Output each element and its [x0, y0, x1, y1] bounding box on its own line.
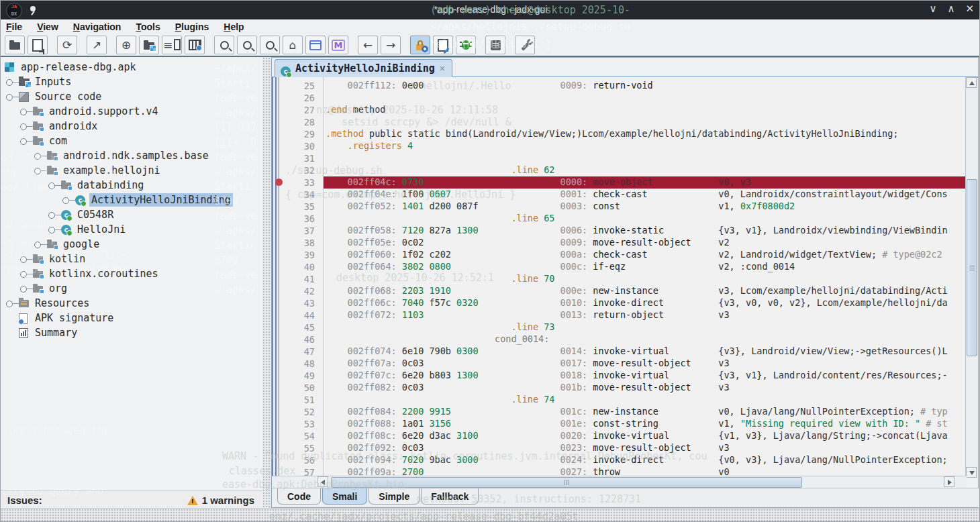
code-line-48[interactable]: 002ff07a: 0c030017: move-result-objectv3	[272, 358, 965, 370]
tree-item-source-code[interactable]: Source code	[1, 89, 262, 104]
expand-handle-icon[interactable]	[48, 212, 55, 219]
menu-help[interactable]: Help	[224, 21, 244, 32]
code-line-50[interactable]: 002ff082: 0c03001b: move-result-objectv3	[272, 382, 965, 394]
flat-packages-button[interactable]	[139, 36, 159, 54]
code-line-51[interactable]: .line 74	[272, 394, 965, 406]
open-window-button[interactable]	[305, 36, 326, 54]
view-tab-simple[interactable]: Simple	[369, 488, 420, 505]
add-files-button[interactable]	[28, 36, 48, 54]
search-comment-button[interactable]	[260, 36, 280, 54]
expand-handle-icon[interactable]	[20, 109, 27, 115]
reload-button[interactable]: ⟳	[57, 36, 77, 54]
code-line-45[interactable]: .line 73	[272, 321, 965, 333]
tab-close-icon[interactable]: ×	[440, 63, 445, 74]
scroll-left-button[interactable]	[317, 476, 328, 487]
deobfuscation-button[interactable]	[410, 36, 430, 54]
log-viewer-button[interactable]	[485, 36, 505, 54]
tree-item-example-hellojni[interactable]: example.hellojni	[1, 163, 262, 178]
code-line-29[interactable]: .method public static bind(Landroid/view…	[272, 128, 965, 140]
vertical-scrollbar[interactable]	[965, 77, 977, 478]
code-line-33[interactable]: 002ff04c: 07300000: move-objectv0, v3	[272, 176, 965, 189]
code-line-40[interactable]: 002ff064: 3802 0800000c: if-eqzv2, :cond…	[272, 261, 965, 273]
code-line-28[interactable]	[272, 116, 965, 128]
expand-handle-icon[interactable]	[48, 182, 55, 189]
expand-handle-icon[interactable]	[20, 123, 27, 130]
vertical-scroll-thumb[interactable]	[967, 179, 977, 356]
code-line-41[interactable]: .line 70	[272, 273, 965, 285]
tree-item-app-release-dbg-apk[interactable]: app-release-dbg.apk	[1, 60, 262, 74]
code-line-47[interactable]: 002ff074: 6e10 790b 03000014: invoke-vir…	[272, 346, 965, 358]
export-button[interactable]: ↗	[87, 36, 107, 54]
code-line-37[interactable]: 002ff058: 7120 827a 13000006: invoke-sta…	[272, 225, 965, 237]
debugger-button[interactable]	[456, 36, 476, 54]
scroll-up-button[interactable]	[966, 77, 977, 88]
panel-splitter[interactable]	[262, 57, 271, 508]
tree-item-google[interactable]: google	[1, 237, 262, 252]
expand-handle-icon[interactable]	[20, 286, 27, 293]
code-line-49[interactable]: 002ff07c: 6e20 b803 13000018: invoke-vir…	[272, 370, 965, 382]
view-tab-fallback[interactable]: Fallback	[421, 488, 479, 505]
preview-button[interactable]	[185, 36, 205, 54]
expand-handle-icon[interactable]	[6, 301, 13, 307]
tree-item-kotlin[interactable]: kotlin	[1, 252, 262, 266]
tree-item-com[interactable]: com	[1, 134, 262, 148]
tree-item-kotlinx-coroutines[interactable]: kotlinx.coroutines	[1, 266, 262, 281]
menu-plugins[interactable]: Plugins	[175, 21, 209, 32]
horizontal-scroll-thumb[interactable]	[331, 477, 802, 488]
expand-handle-icon[interactable]	[48, 227, 55, 233]
expand-handle-icon[interactable]	[34, 242, 41, 248]
sort-view-button[interactable]: ≡	[162, 36, 182, 54]
code-line-27[interactable]: .end method	[272, 104, 965, 116]
search-class-button[interactable]	[237, 36, 257, 54]
menu-navigation[interactable]: Navigation	[73, 21, 121, 32]
expand-handle-icon[interactable]	[6, 79, 13, 86]
tree-item-apk-signature[interactable]: APK signature	[1, 311, 262, 325]
scroll-down-button[interactable]	[966, 467, 977, 478]
tree-item-c0548r[interactable]: cC0548R	[1, 207, 262, 222]
smali-editor[interactable]: 2526272829303132333435363738394041424344…	[272, 77, 965, 478]
expand-handle-icon[interactable]	[20, 256, 27, 263]
preferences-button[interactable]	[515, 36, 535, 54]
code-line-39[interactable]: 002ff060: 1f02 c202000a: check-castv2, L…	[272, 249, 965, 261]
main-activity-home-button[interactable]: ⌂	[283, 36, 303, 54]
expand-handle-icon[interactable]	[62, 197, 69, 204]
scroll-right-button[interactable]	[944, 476, 954, 487]
tree-item-org[interactable]: org	[1, 281, 262, 296]
menu-tools[interactable]: Tools	[136, 21, 160, 32]
tree-item-databinding[interactable]: databinding	[1, 178, 262, 193]
open-file-button[interactable]	[5, 36, 25, 54]
code-line-34[interactable]: 002ff04e: 1f00 06070001: check-castv0, L…	[272, 189, 965, 201]
code-line-36[interactable]: .line 65	[272, 213, 965, 225]
code-line-46[interactable]: cond_0014:	[272, 333, 965, 346]
code-line-26[interactable]	[272, 92, 965, 104]
code-line-35[interactable]: 002ff052: 1401 d200 087f0003: constv1, 0…	[272, 201, 965, 213]
expand-handle-icon[interactable]	[20, 271, 27, 278]
view-tab-code[interactable]: Code	[277, 488, 321, 505]
code-line-25[interactable]: 002ff112: 0e000009: return-void	[272, 80, 965, 92]
menu-view[interactable]: View	[37, 21, 58, 32]
code-line-55[interactable]: 002ff092: 0c030023: move-result-objectv3	[272, 442, 965, 454]
code-line-53[interactable]: 002ff088: 1a01 3156001e: const-stringv1,…	[272, 418, 965, 430]
code-line-42[interactable]: 002ff068: 2203 1910000e: new-instancev3,…	[272, 285, 965, 297]
warnings-badge[interactable]: 1 warnings	[187, 494, 254, 506]
tree-item-android-support-v4[interactable]: android.support.v4	[1, 104, 262, 119]
code-line-30[interactable]: .registers 4	[272, 140, 965, 152]
view-tab-smali[interactable]: Smali	[322, 488, 367, 505]
minimize-button[interactable]: ∨	[929, 3, 936, 15]
close-button[interactable]: ✕	[965, 3, 974, 15]
tree-item-hellojni[interactable]: cHelloJni	[1, 222, 262, 237]
tree-item-android-ndk-samples-base[interactable]: android.ndk.samples.base	[1, 148, 262, 163]
decompile-all-button[interactable]: ⊕	[116, 36, 136, 54]
tree-item-androidx[interactable]: androidx	[1, 119, 262, 134]
tab-activityhellojnibinding[interactable]: c ActivityHelloJniBinding ×	[275, 59, 452, 77]
rename-button[interactable]	[433, 36, 453, 54]
tree-item-summary[interactable]: Summary	[1, 325, 262, 340]
expand-handle-icon[interactable]	[6, 94, 13, 101]
code-line-31[interactable]	[272, 152, 965, 164]
expand-handle-icon[interactable]	[34, 168, 41, 174]
tree-item-resources[interactable]: Resources	[1, 296, 262, 311]
horizontal-scrollbar[interactable]	[272, 476, 967, 488]
maximize-button[interactable]: ∧	[947, 3, 954, 15]
code-line-54[interactable]: 002ff08c: 6e20 d3ac 31000020: invoke-vir…	[272, 430, 965, 442]
code-line-44[interactable]: 002ff072: 11030013: return-objectv3	[272, 309, 965, 321]
